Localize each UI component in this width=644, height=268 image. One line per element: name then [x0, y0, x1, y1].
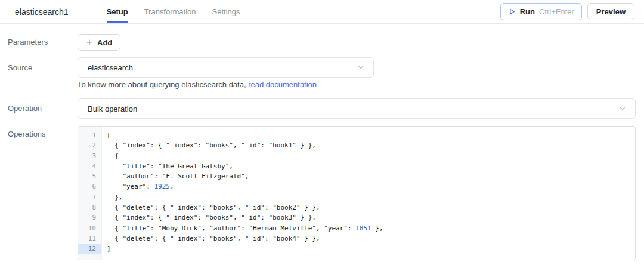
- operations-row: Operations 123456789101112 [ { "index": …: [8, 126, 636, 260]
- query-name: elasticsearch1: [15, 7, 69, 17]
- plus-icon: [86, 39, 93, 46]
- run-button[interactable]: Run Ctrl+Enter: [500, 3, 582, 20]
- query-editor-body: Parameters Add Source elasticsearch To k…: [0, 34, 644, 260]
- editor-code-area[interactable]: [ { "index": { "_index": "books", "_id":…: [102, 127, 635, 260]
- add-parameter-button[interactable]: Add: [78, 34, 120, 51]
- code-line[interactable]: { "index": { "_index": "books", "_id": "…: [107, 140, 635, 150]
- code-line[interactable]: { "delete": { "_index": "books", "_id": …: [107, 202, 635, 212]
- run-label: Run: [520, 7, 535, 16]
- chevron-down-icon: [618, 104, 627, 113]
- line-number: 6: [78, 181, 101, 192]
- header-actions: Run Ctrl+Enter Preview: [500, 3, 634, 20]
- line-number: 9: [78, 212, 101, 223]
- line-number: 2: [78, 140, 101, 150]
- code-line[interactable]: {: [107, 151, 635, 161]
- tab-transformation[interactable]: Transformation: [144, 0, 196, 23]
- parameters-label: Parameters: [8, 34, 78, 51]
- line-number: 7: [78, 192, 101, 202]
- tab-setup[interactable]: Setup: [107, 0, 128, 23]
- helper-static-text: To know more about querying elasticsearc…: [78, 80, 248, 89]
- code-line[interactable]: { "title": "Moby-Dick", "author": "Herma…: [107, 223, 635, 233]
- operation-label: Operation: [8, 98, 78, 119]
- operation-row: Operation Bulk operation: [8, 98, 636, 119]
- source-select-value: elasticsearch: [88, 63, 133, 72]
- code-line[interactable]: [: [107, 130, 635, 140]
- line-number: 3: [78, 151, 101, 161]
- code-line[interactable]: { "index": { "_index": "books", "_id": "…: [107, 212, 635, 223]
- line-number: 8: [78, 202, 101, 212]
- preview-button[interactable]: Preview: [587, 3, 634, 20]
- tab-bar: Setup Transformation Settings: [107, 0, 240, 23]
- source-row: Source elasticsearch To know more about …: [8, 57, 636, 89]
- add-parameter-label: Add: [97, 38, 112, 47]
- run-shortcut: Ctrl+Enter: [539, 7, 574, 16]
- line-number: 1: [78, 130, 101, 140]
- tab-settings[interactable]: Settings: [212, 0, 240, 23]
- line-number: 11: [78, 233, 101, 244]
- operation-select-value: Bulk operation: [88, 104, 137, 113]
- operation-select[interactable]: Bulk operation: [78, 98, 636, 119]
- editor-line-numbers: 123456789101112: [78, 127, 102, 260]
- parameters-row: Parameters Add: [8, 34, 636, 51]
- read-documentation-link[interactable]: read documentation: [248, 80, 317, 89]
- operations-label: Operations: [8, 126, 78, 260]
- line-number: 10: [78, 223, 101, 233]
- line-number: 4: [78, 161, 101, 171]
- code-line[interactable]: "author": "F. Scott Fitzgerald",: [107, 171, 635, 181]
- operations-code-editor[interactable]: 123456789101112 [ { "index": { "_index":…: [78, 126, 636, 260]
- code-line[interactable]: { "delete": { "_index": "books", "_id": …: [107, 233, 635, 244]
- code-line[interactable]: "title": "The Great Gatsby",: [107, 161, 635, 171]
- source-select[interactable]: elasticsearch: [78, 57, 374, 78]
- source-helper-text: To know more about querying elasticsearc…: [78, 80, 374, 89]
- query-editor-header: elasticsearch1 Setup Transformation Sett…: [0, 0, 644, 24]
- code-line[interactable]: },: [107, 192, 635, 202]
- source-label: Source: [8, 57, 78, 89]
- play-icon: [508, 8, 516, 16]
- code-line[interactable]: ]: [107, 244, 635, 254]
- line-number: 12: [78, 244, 101, 254]
- code-line[interactable]: "year": 1925,: [107, 181, 635, 192]
- chevron-down-icon: [357, 63, 365, 72]
- line-number: 5: [78, 171, 101, 181]
